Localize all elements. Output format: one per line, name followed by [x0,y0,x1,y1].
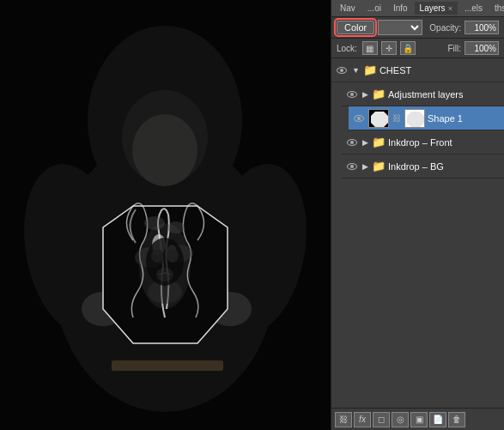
svg-point-15 [144,216,165,230]
tab-ellipsis1[interactable]: ...oi [362,2,386,15]
lock-checkerboard-btn[interactable]: ▦ [362,41,378,55]
lock-row: Lock: ▦ ✛ 🔒 Fill: [331,39,504,58]
eye-icon-shape1[interactable] [352,112,366,125]
svg-rect-9 [112,360,223,371]
new-fill-btn[interactable]: ◻ [373,412,390,427]
tab-info[interactable]: Info [388,2,413,15]
fill-label: Fill: [447,44,461,53]
fx-btn[interactable]: fx [354,412,371,427]
delete-btn[interactable]: 🗑 [448,412,465,427]
panels-area: Nav ...oi Info Layers × ...els ths Color… [331,0,504,430]
layer-name-inkbg: Inkdrop – BG [388,161,501,172]
eye-icon-inkfront[interactable] [345,136,359,149]
eye-icon-chest[interactable] [335,64,349,77]
color-row: Color Opacity: [331,17,504,39]
fill-row: Fill: [447,41,499,55]
thumb-shape1-mask [404,109,425,128]
color-dropdown[interactable] [378,20,422,35]
adjustment-btn[interactable]: ◎ [392,412,409,427]
canvas-area [0,0,331,430]
tab-layers-close[interactable]: × [448,4,452,13]
svg-marker-24 [371,112,388,127]
opacity-input[interactable] [465,21,499,34]
svg-point-22 [167,249,179,263]
layer-name-chest: CHEST [380,65,501,76]
svg-marker-26 [407,112,424,127]
color-button[interactable]: Color [337,21,374,34]
mask-link-shape1: ⛓ [392,113,402,124]
layer-chest[interactable]: ▼ 📁 CHEST [331,58,504,82]
folder-icon-inkbg: 📁 [372,160,386,173]
eye-icon-inkbg[interactable] [345,160,359,173]
expand-chest[interactable]: ▼ [352,66,360,75]
layers-panel[interactable]: ▼ 📁 CHEST ▶ 📁 Adjustment layers [331,58,504,408]
canvas-svg [0,0,331,430]
thumb-shape1-black [368,109,389,128]
folder-icon-inkfront: 📁 [372,136,386,148]
expand-adjustment[interactable]: ▶ [362,90,368,99]
tab-nav[interactable]: Nav [335,2,361,15]
eye-icon-adjustment[interactable] [345,88,359,101]
link-btn[interactable]: ⛓ [335,412,352,427]
tab-ellipsis2[interactable]: ...els [459,2,488,15]
folder-icon-chest: 📁 [363,64,377,76]
layer-inkdrop-bg[interactable]: ▶ 📁 Inkdrop – BG [342,154,504,179]
expand-inkbg[interactable]: ▶ [362,162,368,171]
layer-name-adjustment: Adjustment layers [388,89,501,100]
layer-adjustment[interactable]: ▶ 📁 Adjustment layers [342,82,504,106]
expand-inkfront[interactable]: ▶ [362,138,368,147]
layer-name-shape1: Shape 1 [428,113,501,124]
tab-bar: Nav ...oi Info Layers × ...els ths [331,0,504,17]
lock-all-btn[interactable]: 🔒 [400,41,416,55]
group-btn[interactable]: ▣ [410,412,428,427]
svg-point-4 [132,114,197,186]
folder-icon-adjustment: 📁 [372,88,386,100]
layer-inkdrop-front[interactable]: ▶ 📁 Inkdrop – Front [342,130,504,154]
tab-ths[interactable]: ths [489,2,504,15]
bottom-toolbar: ⛓ fx ◻ ◎ ▣ 📄 🗑 [331,408,504,430]
svg-point-21 [151,249,163,263]
lock-label: Lock: [337,44,357,53]
canvas-image [0,0,331,430]
tab-layers[interactable]: Layers × [415,2,458,15]
new-layer-btn[interactable]: 📄 [429,412,446,427]
opacity-label: Opacity: [429,23,461,33]
svg-point-20 [146,238,184,286]
svg-point-16 [167,221,185,233]
fill-input[interactable] [465,41,499,55]
lock-move-btn[interactable]: ✛ [381,41,397,55]
layer-name-inkfront: Inkdrop – Front [388,137,501,148]
opacity-row: Opacity: [429,21,499,34]
layer-shape1[interactable]: ⛓ Shape 1 [349,106,504,130]
